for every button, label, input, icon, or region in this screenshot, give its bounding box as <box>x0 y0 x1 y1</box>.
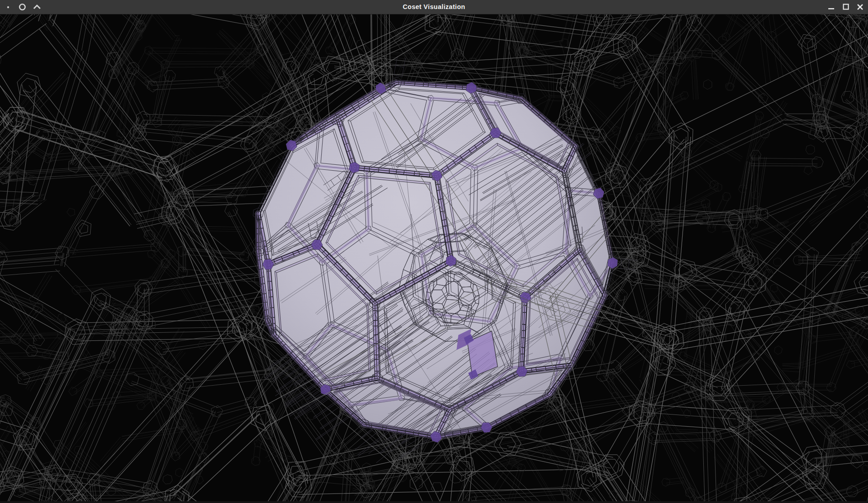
svg-text:Coset Visualization: Coset Visualization <box>403 3 465 10</box>
